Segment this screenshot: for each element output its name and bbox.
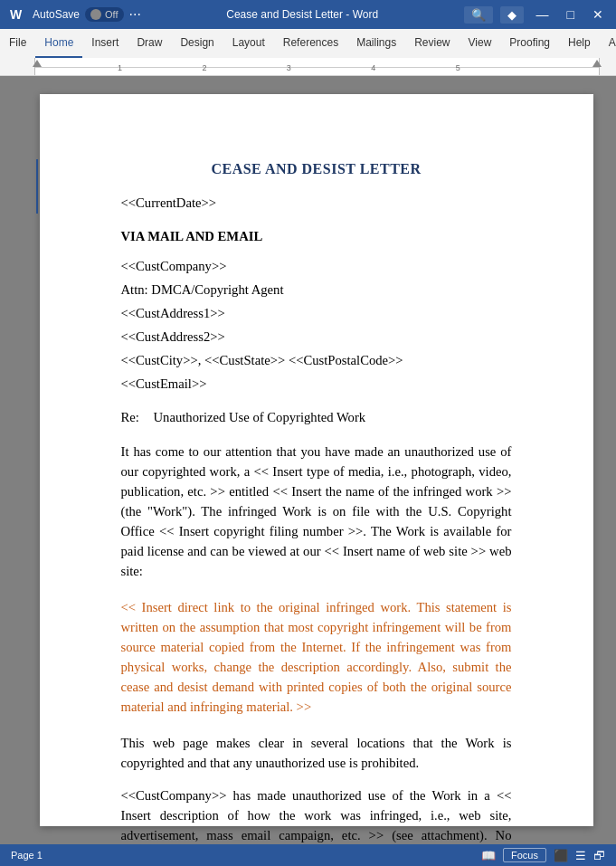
- document-page[interactable]: CEASE AND DESIST LETTER <<CurrentDate>> …: [40, 94, 593, 826]
- ruler: 1 2 3 4 5: [0, 58, 616, 76]
- title-bar: W AutoSave Off ··· Cease and Desist Lett…: [0, 0, 616, 29]
- tab-mailings[interactable]: Mailings: [347, 29, 405, 58]
- search-icon[interactable]: 🔍: [464, 6, 493, 24]
- ribbon-tabs: File Home Insert Draw Design Layout Refe…: [0, 29, 616, 58]
- address-email: <<CustEmail>>: [121, 374, 512, 394]
- svg-text:5: 5: [456, 63, 460, 72]
- diamond-icon[interactable]: ◆: [500, 6, 524, 24]
- svg-text:2: 2: [202, 63, 206, 72]
- tab-home[interactable]: Home: [35, 29, 82, 58]
- focus-button[interactable]: Focus: [503, 848, 546, 862]
- word-icon: W: [7, 5, 27, 24]
- document-area: CEASE AND DESIST LETTER <<CurrentDate>> …: [0, 76, 616, 844]
- highlighted-instruction: << Insert direct link to the original in…: [121, 594, 512, 720]
- left-margin-bar: [24, 94, 40, 826]
- tab-help[interactable]: Help: [559, 29, 600, 58]
- page-number: Page 1: [11, 850, 43, 861]
- svg-text:1: 1: [118, 63, 122, 72]
- address-line2: <<CustAddress2>>: [121, 327, 512, 347]
- minimize-button[interactable]: —: [531, 5, 554, 24]
- tab-proofing[interactable]: Proofing: [500, 29, 559, 58]
- status-right: 📖 Focus ⬛ ☰ 🗗: [481, 848, 605, 862]
- svg-text:3: 3: [287, 63, 291, 72]
- doc-stats-icon[interactable]: 📖: [481, 849, 496, 862]
- via-line: VIA MAIL AND EMAIL: [121, 227, 512, 246]
- document-title: CEASE AND DESIST LETTER: [121, 159, 512, 179]
- layout-icon[interactable]: ⬛: [554, 849, 568, 862]
- status-bar: Page 1 📖 Focus ⬛ ☰ 🗗: [0, 844, 616, 866]
- document-date: <<CurrentDate>>: [121, 194, 512, 213]
- paragraph-3: <<CustCompany>> has made unauthorized us…: [121, 785, 512, 844]
- more-tools-icon[interactable]: ···: [129, 6, 141, 23]
- tab-acrobat[interactable]: Acrobat: [600, 29, 616, 58]
- indent-marker-top[interactable]: [33, 60, 42, 67]
- close-button[interactable]: ✕: [587, 5, 609, 24]
- window-title: Cease and Desist Letter - Word: [147, 8, 459, 21]
- address-company: <<CustCompany>>: [121, 256, 512, 276]
- autosave-toggle[interactable]: Off: [85, 7, 123, 22]
- svg-text:4: 4: [371, 63, 375, 72]
- tab-insert[interactable]: Insert: [82, 29, 128, 58]
- restore-button[interactable]: □: [562, 5, 580, 24]
- toggle-circle: [90, 9, 101, 20]
- tab-file[interactable]: File: [0, 29, 35, 58]
- tab-draw[interactable]: Draw: [128, 29, 171, 58]
- toggle-state: Off: [105, 9, 118, 20]
- address-city-state: <<CustCity>>, <<CustState>> <<CustPostal…: [121, 350, 512, 370]
- address-attn: Attn: DMCA/Copyright Agent: [121, 280, 512, 300]
- re-label: Re:: [121, 410, 139, 424]
- view-icon[interactable]: ☰: [575, 849, 586, 862]
- svg-text:W: W: [10, 7, 23, 22]
- zoom-icon[interactable]: 🗗: [593, 849, 605, 862]
- address-line1: <<CustAddress1>>: [121, 303, 512, 323]
- tab-layout[interactable]: Layout: [223, 29, 274, 58]
- paragraph-2: This web page makes clear in several loc…: [121, 733, 512, 773]
- indent-marker-right[interactable]: [592, 60, 602, 67]
- paragraph-1: It has come to our attention that you ha…: [121, 442, 512, 581]
- re-text: Unauthorized Use of Copyrighted Work: [154, 410, 366, 424]
- tab-design[interactable]: Design: [171, 29, 223, 58]
- re-line: Re: Unauthorized Use of Copyrighted Work: [121, 408, 512, 427]
- window-controls: 🔍 ◆ — □ ✕: [464, 5, 609, 24]
- tab-references[interactable]: References: [274, 29, 347, 58]
- tab-review[interactable]: Review: [405, 29, 459, 58]
- tab-view[interactable]: View: [460, 29, 501, 58]
- autosave-label: AutoSave: [33, 8, 80, 21]
- ruler-marks: 1 2 3 4 5: [35, 58, 599, 76]
